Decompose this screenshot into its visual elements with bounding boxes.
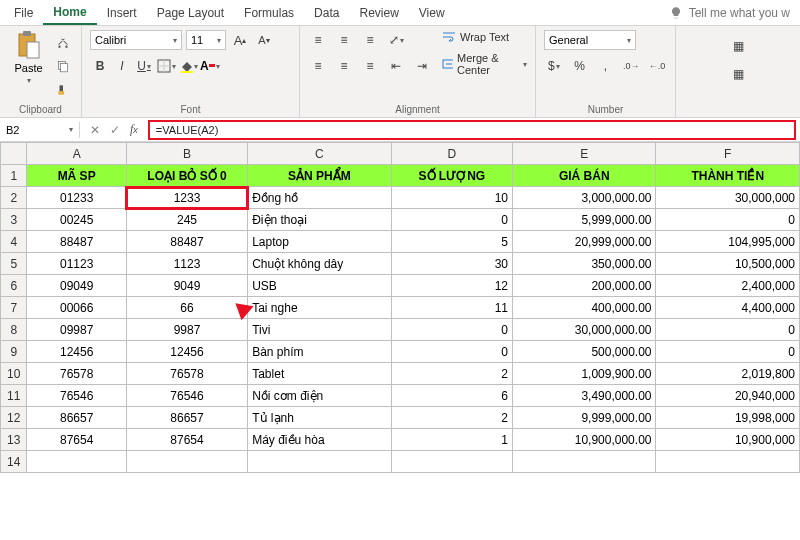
font-name-select[interactable]: Calibri▾ xyxy=(90,30,182,50)
cell[interactable]: 0 xyxy=(656,341,800,363)
cell[interactable]: 5,999,000.00 xyxy=(513,209,656,231)
cell[interactable]: 12 xyxy=(391,275,512,297)
cell[interactable]: 76578 xyxy=(126,363,247,385)
row-header[interactable]: 11 xyxy=(1,385,27,407)
tab-file[interactable]: File xyxy=(4,2,43,24)
cell[interactable]: 10 xyxy=(391,187,512,209)
col-header-B[interactable]: B xyxy=(126,143,247,165)
cell[interactable]: 88487 xyxy=(126,231,247,253)
row-header[interactable]: 9 xyxy=(1,341,27,363)
wrap-text-button[interactable]: Wrap Text xyxy=(442,30,527,44)
paste-button[interactable]: Paste ▾ xyxy=(8,30,49,85)
cell[interactable]: 0 xyxy=(656,209,800,231)
cell[interactable]: 9049 xyxy=(126,275,247,297)
select-all-corner[interactable] xyxy=(1,143,27,165)
cell[interactable]: USB xyxy=(248,275,391,297)
cell[interactable]: 10,900,000.00 xyxy=(513,429,656,451)
align-bottom-button[interactable]: ≡ xyxy=(360,30,380,50)
row-header[interactable]: 5 xyxy=(1,253,27,275)
col-header-F[interactable]: F xyxy=(656,143,800,165)
cell[interactable]: 11 xyxy=(391,297,512,319)
cell[interactable]: 12456 xyxy=(27,341,126,363)
percent-format-button[interactable]: % xyxy=(570,56,590,76)
bold-button[interactable]: B xyxy=(90,56,110,76)
cell[interactable]: 2 xyxy=(391,407,512,429)
cell[interactable] xyxy=(391,451,512,473)
borders-button[interactable]: ▾ xyxy=(156,56,176,76)
cell[interactable]: Tablet xyxy=(248,363,391,385)
cell[interactable]: 12456 xyxy=(126,341,247,363)
cell[interactable]: 1123 xyxy=(126,253,247,275)
cell[interactable] xyxy=(27,451,126,473)
cell[interactable]: 104,995,000 xyxy=(656,231,800,253)
cell[interactable]: 9987 xyxy=(126,319,247,341)
format-painter-button[interactable] xyxy=(53,80,73,100)
cell[interactable]: Tủ lạnh xyxy=(248,407,391,429)
cell[interactable]: 20,999,000.00 xyxy=(513,231,656,253)
cell[interactable]: 245 xyxy=(126,209,247,231)
col-header-E[interactable]: E xyxy=(513,143,656,165)
row-header[interactable]: 7 xyxy=(1,297,27,319)
cancel-formula-button[interactable]: ✕ xyxy=(90,123,100,137)
cell[interactable]: Bàn phím xyxy=(248,341,391,363)
cell[interactable]: 76546 xyxy=(126,385,247,407)
comma-format-button[interactable]: , xyxy=(596,56,616,76)
col-header-C[interactable]: C xyxy=(248,143,391,165)
cell[interactable]: 87654 xyxy=(126,429,247,451)
align-middle-button[interactable]: ≡ xyxy=(334,30,354,50)
cell[interactable]: 10,500,000 xyxy=(656,253,800,275)
tab-data[interactable]: Data xyxy=(304,2,349,24)
cell[interactable]: LOẠI BỎ SỐ 0 xyxy=(126,165,247,187)
cell[interactable]: 19,998,000 xyxy=(656,407,800,429)
row-header[interactable]: 8 xyxy=(1,319,27,341)
cell[interactable]: Đồng hồ xyxy=(248,187,391,209)
increase-font-button[interactable]: A▴ xyxy=(230,30,250,50)
cell[interactable]: 76546 xyxy=(27,385,126,407)
cell[interactable]: Laptop xyxy=(248,231,391,253)
accept-formula-button[interactable]: ✓ xyxy=(110,123,120,137)
cell[interactable]: 3,000,000.00 xyxy=(513,187,656,209)
row-header[interactable]: 3 xyxy=(1,209,27,231)
tab-review[interactable]: Review xyxy=(349,2,408,24)
accounting-format-button[interactable]: $▾ xyxy=(544,56,564,76)
align-top-button[interactable]: ≡ xyxy=(308,30,328,50)
cell[interactable]: 400,000.00 xyxy=(513,297,656,319)
cell[interactable]: Điện thoại xyxy=(248,209,391,231)
cell[interactable]: 6 xyxy=(391,385,512,407)
row-header[interactable]: 4 xyxy=(1,231,27,253)
cell[interactable]: 5 xyxy=(391,231,512,253)
copy-button[interactable] xyxy=(53,56,73,76)
fx-icon[interactable]: fx xyxy=(130,122,138,137)
tab-home[interactable]: Home xyxy=(43,1,96,25)
cell[interactable]: MÃ SP xyxy=(27,165,126,187)
cell[interactable]: 9,999,000.00 xyxy=(513,407,656,429)
cell[interactable]: 01123 xyxy=(27,253,126,275)
merge-center-button[interactable]: Merge & Center▾ xyxy=(442,52,527,76)
align-right-button[interactable]: ≡ xyxy=(360,56,380,76)
fill-color-button[interactable]: ▾ xyxy=(178,56,198,76)
row-header[interactable]: 2 xyxy=(1,187,27,209)
conditional-formatting-button[interactable]: ▦ xyxy=(684,36,792,56)
tab-pagelayout[interactable]: Page Layout xyxy=(147,2,234,24)
cell[interactable]: SỐ LƯỢNG xyxy=(391,165,512,187)
cell[interactable]: 00066 xyxy=(27,297,126,319)
cell[interactable]: 2,400,000 xyxy=(656,275,800,297)
cell[interactable]: 4,400,000 xyxy=(656,297,800,319)
cell[interactable]: 1,009,900.00 xyxy=(513,363,656,385)
cell[interactable]: 30,000,000.00 xyxy=(513,319,656,341)
underline-button[interactable]: U▾ xyxy=(134,56,154,76)
tab-formulas[interactable]: Formulas xyxy=(234,2,304,24)
cell[interactable]: 2,019,800 xyxy=(656,363,800,385)
font-size-select[interactable]: 11▾ xyxy=(186,30,226,50)
col-header-D[interactable]: D xyxy=(391,143,512,165)
font-color-button[interactable]: A▾ xyxy=(200,56,220,76)
cell[interactable] xyxy=(656,451,800,473)
cell[interactable]: 350,000.00 xyxy=(513,253,656,275)
decrease-decimal-button[interactable]: ←.0 xyxy=(647,56,667,76)
formula-input[interactable]: =VALUE(A2) xyxy=(148,120,796,140)
cell[interactable] xyxy=(513,451,656,473)
italic-button[interactable]: I xyxy=(112,56,132,76)
cell[interactable]: 09049 xyxy=(27,275,126,297)
cell[interactable]: 200,000.00 xyxy=(513,275,656,297)
tab-insert[interactable]: Insert xyxy=(97,2,147,24)
